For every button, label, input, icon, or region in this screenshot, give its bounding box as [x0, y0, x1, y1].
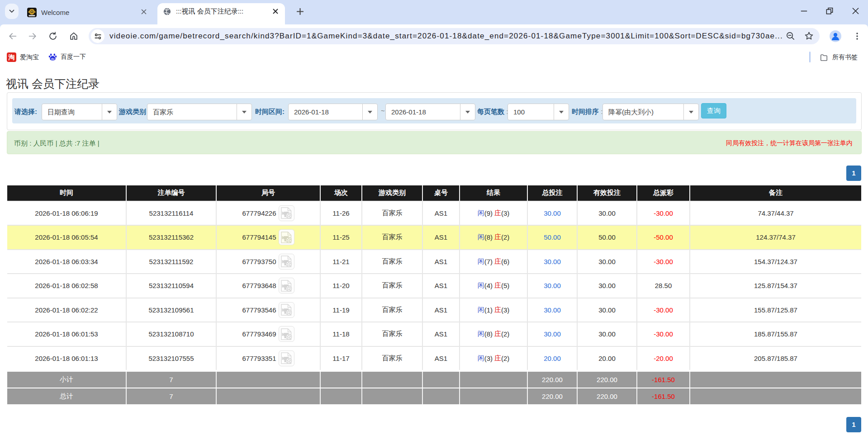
svg-text:du: du: [51, 57, 55, 60]
